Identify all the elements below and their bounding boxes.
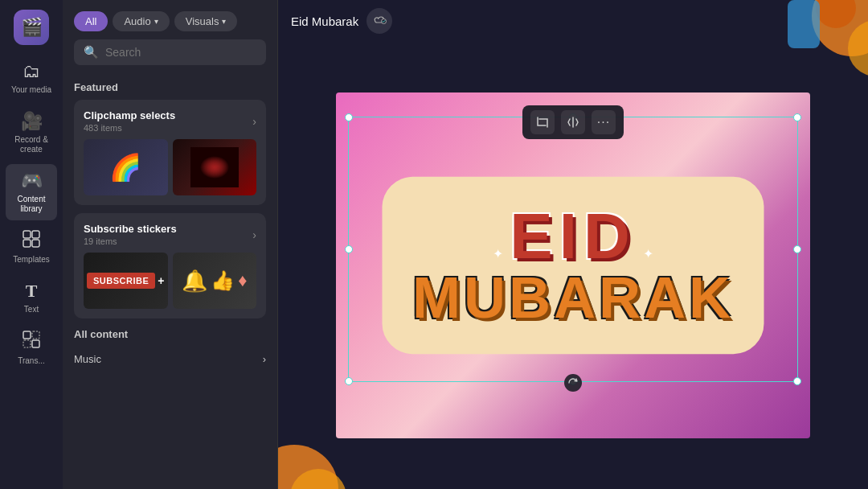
- subscribe-card-title: Subscribe stickers: [84, 223, 177, 235]
- all-content-title: All content: [74, 328, 266, 340]
- star-left: ✦: [493, 246, 503, 261]
- panel-header: All Audio ▾ Visuals ▾ 🔍: [63, 0, 277, 73]
- flip-button[interactable]: [561, 110, 585, 134]
- svg-point-9: [200, 156, 229, 179]
- transitions-icon: [23, 331, 40, 353]
- sidebar-item-templates[interactable]: Templates: [6, 224, 57, 271]
- canvas-area: ··· ✦ EID ✦ MUBARAK: [278, 42, 868, 489]
- cloud-save-button[interactable]: [366, 8, 392, 34]
- search-input[interactable]: [105, 46, 256, 59]
- svg-rect-3: [32, 240, 39, 247]
- music-chevron-icon: ›: [263, 353, 266, 365]
- subscribe-card-chevron-icon: ›: [252, 228, 256, 241]
- crop-button[interactable]: [530, 110, 555, 134]
- subscribe-thumb-1: SUBSCRIBE +: [84, 253, 168, 309]
- card-header: Clipchamp selects 483 items ›: [84, 109, 256, 133]
- templates-icon: [23, 230, 40, 252]
- visuals-chevron-icon: ▾: [222, 17, 226, 26]
- card-count: 483 items: [84, 123, 175, 133]
- sidebar-item-label-your-media: Your media: [11, 85, 51, 95]
- sidebar-item-record-create[interactable]: 🎥 Record &create: [6, 105, 57, 161]
- svg-rect-6: [23, 340, 31, 347]
- subscribe-card-header: Subscribe stickers 19 items ›: [84, 223, 256, 246]
- more-button[interactable]: ···: [592, 110, 616, 134]
- panel-content: Featured Clipchamp selects 483 items › 🌈: [63, 73, 277, 489]
- thumbnail-2: [173, 139, 257, 195]
- clipchamp-selects-card[interactable]: Clipchamp selects 483 items › 🌈: [74, 100, 266, 205]
- sidebar-item-your-media[interactable]: 🗂 Your media: [6, 55, 57, 101]
- thumbnail-row: 🌈: [84, 139, 256, 195]
- sidebar-item-label-templates: Templates: [13, 255, 50, 265]
- canvas-frame: ··· ✦ EID ✦ MUBARAK: [336, 92, 810, 438]
- star-right: ✦: [643, 246, 653, 261]
- content-library-icon: 🎮: [21, 171, 43, 191]
- sidebar-item-label-transitions: Trans...: [18, 356, 45, 366]
- music-row[interactable]: Music ›: [74, 347, 266, 372]
- subscribe-thumb-2: 🔔 👍 ♦: [173, 253, 257, 309]
- subscribe-card-count: 19 items: [84, 236, 177, 246]
- your-media-icon: 🗂: [23, 61, 40, 82]
- sidebar-item-transitions[interactable]: Trans...: [6, 324, 57, 372]
- audio-chevron-icon: ▾: [154, 17, 158, 26]
- featured-section-title: Featured: [74, 81, 266, 93]
- card-title: Clipchamp selects: [84, 109, 175, 121]
- svg-rect-1: [32, 231, 39, 238]
- canvas-toolbar: ···: [522, 105, 624, 139]
- eid-text: EID: [510, 204, 636, 269]
- svg-rect-4: [23, 331, 31, 339]
- svg-rect-5: [32, 331, 39, 339]
- sidebar: 🎬 🗂 Your media 🎥 Record &create 🎮 Conten…: [0, 0, 63, 489]
- subscribe-stickers-card[interactable]: Subscribe stickers 19 items › SUBSCRIBE …: [74, 213, 266, 318]
- content-panel: All Audio ▾ Visuals ▾ 🔍 Featured Clipcha…: [63, 0, 278, 489]
- filter-row: All Audio ▾ Visuals ▾: [74, 11, 266, 31]
- rotate-handle[interactable]: [564, 374, 582, 392]
- project-title: Eid Mubarak: [291, 14, 358, 28]
- sidebar-item-text[interactable]: T Text: [6, 274, 57, 321]
- subscribe-thumbnail-row: SUBSCRIBE + 🔔 👍 ♦: [84, 253, 256, 309]
- filter-all-button[interactable]: All: [74, 11, 108, 31]
- svg-rect-7: [32, 340, 39, 347]
- search-box[interactable]: 🔍: [74, 39, 266, 65]
- svg-rect-0: [23, 231, 31, 238]
- mubarak-text: MUBARAK: [412, 269, 734, 327]
- search-icon: 🔍: [84, 45, 99, 60]
- sidebar-item-label-record-create: Record &create: [14, 135, 48, 154]
- card-chevron-icon: ›: [252, 115, 256, 128]
- sidebar-item-label-text: Text: [24, 305, 39, 314]
- filter-visuals-button[interactable]: Visuals ▾: [174, 11, 238, 31]
- editor-header: Eid Mubarak: [278, 0, 868, 42]
- eid-sticker[interactable]: ✦ EID ✦ MUBARAK: [380, 188, 766, 343]
- app-logo[interactable]: 🎬: [14, 10, 49, 45]
- music-label: Music: [74, 353, 101, 365]
- svg-rect-2: [23, 240, 31, 247]
- thumbnail-1: 🌈: [84, 139, 168, 195]
- record-create-icon: 🎥: [21, 111, 43, 132]
- sidebar-item-label-content-library: Contentlibrary: [17, 195, 45, 214]
- filter-audio-button[interactable]: Audio ▾: [113, 11, 169, 31]
- sidebar-item-content-library[interactable]: 🎮 Contentlibrary: [6, 164, 57, 220]
- editor-main: Eid Mubarak: [278, 0, 868, 489]
- text-icon: T: [26, 281, 38, 302]
